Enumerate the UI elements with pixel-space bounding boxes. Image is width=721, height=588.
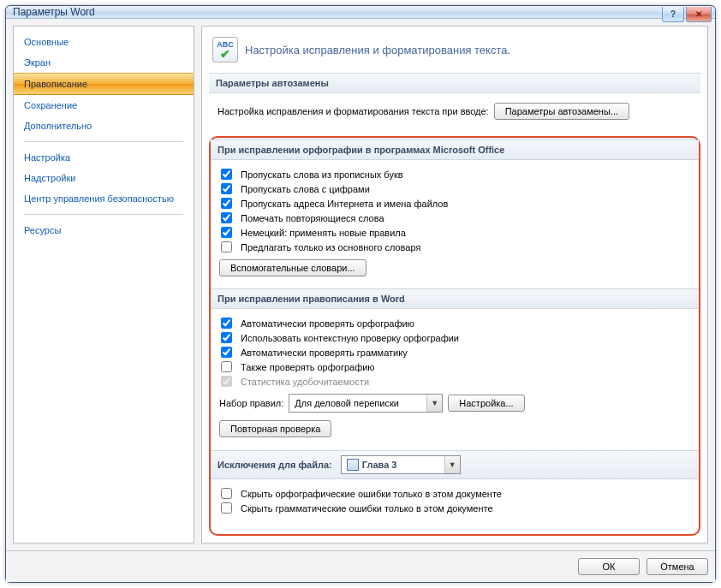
titlebar: Параметры Word ? ✕ xyxy=(6,6,715,19)
sidebar-separator xyxy=(24,141,183,142)
chk-hide-grammar-errors[interactable] xyxy=(221,502,232,514)
sidebar-item-customize[interactable]: Настройка xyxy=(14,147,194,168)
chk-context-spell[interactable] xyxy=(221,332,232,343)
sidebar-item-display[interactable]: Экран xyxy=(14,52,194,73)
chk-hide-spell-errors[interactable] xyxy=(221,488,232,499)
custom-dictionaries-button[interactable]: Вспомогательные словари... xyxy=(219,259,366,276)
ok-button[interactable]: ОК xyxy=(578,558,640,575)
chk-german-rules[interactable] xyxy=(221,227,232,238)
recheck-button[interactable]: Повторная проверка xyxy=(219,420,331,437)
chk-main-dict-only[interactable] xyxy=(221,241,232,252)
page-title: Настройка исправления и форматирования т… xyxy=(245,44,510,56)
section-office-spell-title: При исправлении орфографии в программах … xyxy=(211,140,699,160)
content-panel: ABC ✔ Настройка исправления и форматиров… xyxy=(201,26,708,543)
help-button[interactable]: ? xyxy=(662,7,684,22)
ruleset-label: Набор правил: xyxy=(219,398,283,408)
sidebar-separator xyxy=(24,214,183,215)
chk-auto-spell[interactable] xyxy=(221,318,232,329)
sidebar-item-advanced[interactable]: Дополнительно xyxy=(14,116,194,136)
sidebar-item-resources[interactable]: Ресурсы xyxy=(14,220,194,241)
exceptions-file-select[interactable]: Глава 3 ▼ xyxy=(341,455,461,474)
options-dialog: Параметры Word ? ✕ Основные Экран Правоп… xyxy=(5,5,716,583)
sidebar-item-general[interactable]: Основные xyxy=(14,32,194,52)
page-header: ABC ✔ Настройка исправления и форматиров… xyxy=(209,33,700,73)
chk-ignore-uppercase[interactable] xyxy=(221,169,232,180)
proofing-icon: ABC ✔ xyxy=(212,37,238,62)
chk-flag-repeat[interactable] xyxy=(221,212,232,223)
section-word-spell-title: При исправлении правописания в Word xyxy=(211,288,699,309)
grammar-settings-button[interactable]: Настройка... xyxy=(448,395,524,412)
highlight-box: При исправлении орфографии в программах … xyxy=(209,136,700,536)
cancel-button[interactable]: Отмена xyxy=(647,558,708,575)
chk-ignore-urls[interactable] xyxy=(221,198,232,209)
autocorrect-options-button[interactable]: Параметры автозамены... xyxy=(494,103,629,120)
sidebar-item-proofing[interactable]: Правописание xyxy=(14,73,194,95)
category-sidebar: Основные Экран Правописание Сохранение Д… xyxy=(13,26,194,543)
window-title: Параметры Word xyxy=(13,6,95,18)
dialog-footer: ОК Отмена xyxy=(6,550,715,582)
chevron-down-icon: ▼ xyxy=(426,395,442,412)
sidebar-item-save[interactable]: Сохранение xyxy=(14,95,194,116)
chk-readability xyxy=(221,376,232,387)
chk-also-spell[interactable] xyxy=(221,361,232,372)
document-icon xyxy=(347,459,359,471)
chk-ignore-digits[interactable] xyxy=(221,183,232,194)
sidebar-item-trustcenter[interactable]: Центр управления безопасностью xyxy=(14,188,194,209)
ruleset-select[interactable]: Для деловой переписки ▼ xyxy=(289,394,443,413)
chevron-down-icon: ▼ xyxy=(444,456,460,473)
close-button[interactable]: ✕ xyxy=(686,7,712,22)
section-exceptions-title: Исключения для файла: Глава 3 ▼ xyxy=(211,450,699,479)
section-autocorrect-title: Параметры автозамены xyxy=(209,73,700,93)
sidebar-item-addins[interactable]: Надстройки xyxy=(14,168,194,188)
chk-auto-grammar[interactable] xyxy=(221,347,232,358)
autocorrect-desc: Настройка исправления и форматирования т… xyxy=(217,106,489,116)
